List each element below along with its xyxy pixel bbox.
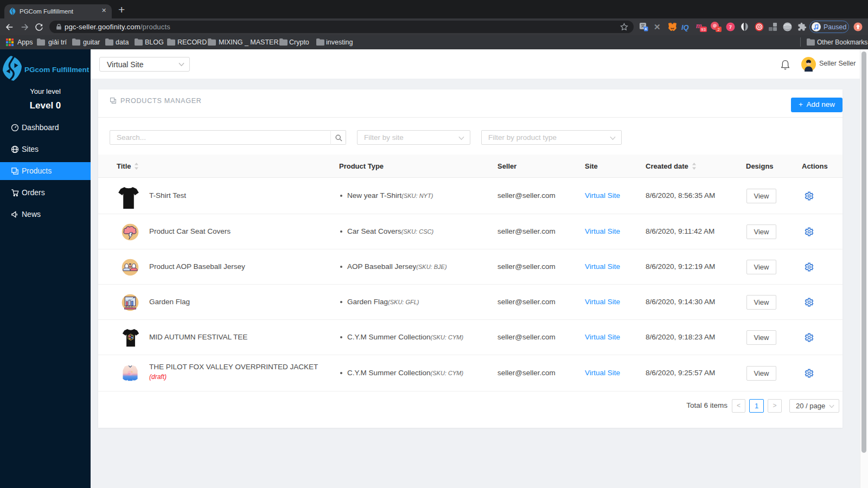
svg-text:7: 7 bbox=[729, 24, 732, 30]
svg-text:2: 2 bbox=[717, 27, 719, 32]
svg-text:93: 93 bbox=[701, 27, 706, 32]
